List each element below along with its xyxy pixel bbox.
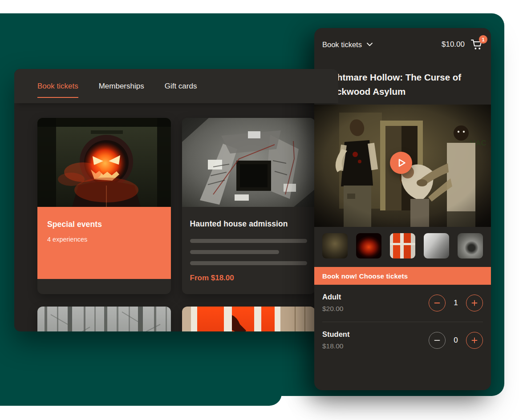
skeleton-line (190, 239, 308, 243)
quantity-stepper: 0 (429, 332, 483, 349)
card-window-event[interactable] (182, 307, 316, 331)
tab-gift-cards[interactable]: Gift cards (165, 82, 197, 91)
ticket-price-label: $18.00 (322, 342, 349, 350)
ticket-row-student: Student $18.00 0 (322, 322, 483, 359)
tab-book-tickets[interactable]: Book tickets (37, 82, 78, 91)
thumbnail-red-door[interactable] (390, 233, 415, 258)
cart-badge: 1 (479, 35, 487, 44)
minus-icon (434, 299, 441, 307)
cart-total: $10.00 (442, 40, 465, 49)
card-haunted-house[interactable]: Haunted house admission From $18.00 (182, 118, 316, 294)
red-window-image (182, 307, 316, 331)
ticket-list: Adult $20.00 1 (314, 285, 491, 359)
minus-button[interactable] (429, 295, 446, 311)
pumpkin-figure-image (37, 118, 171, 207)
hero-media: HAC (314, 105, 491, 227)
card-special-events[interactable]: Special events 4 experiences (37, 118, 171, 294)
play-icon (397, 158, 406, 168)
composite-canvas: Book tickets Memberships Gift cards (0, 0, 519, 420)
ticket-price-label: $20.00 (322, 305, 343, 313)
price-from-label: From $18.00 (190, 274, 308, 283)
play-button[interactable] (390, 152, 412, 174)
plus-button[interactable] (466, 332, 483, 349)
ticket-type-label: Student (322, 330, 349, 339)
plus-button[interactable] (466, 295, 483, 311)
dropdown-label: Book tickets (322, 40, 362, 49)
card-title: Haunted house admission (190, 219, 308, 229)
tab-bar: Book tickets Memberships Gift cards (14, 69, 338, 103)
chevron-down-icon (367, 43, 373, 46)
book-tickets-dropdown[interactable]: Book tickets (322, 40, 373, 49)
plus-icon (471, 337, 478, 344)
thumbnail-zombies[interactable] (322, 233, 348, 258)
minus-icon (434, 337, 441, 344)
skeleton-line (190, 250, 279, 254)
widget-header: Book tickets $10.00 1 (314, 28, 491, 50)
ticket-type-label: Adult (322, 293, 343, 301)
thumbnail-gray-room[interactable] (424, 233, 449, 258)
cart-button[interactable]: $10.00 1 (442, 39, 483, 50)
quantity-stepper: 1 (429, 295, 483, 311)
storefront-panel: Book tickets Memberships Gift cards (14, 69, 338, 331)
thumbnail-red-doorway[interactable] (356, 233, 381, 258)
card-title: Special events (47, 220, 161, 229)
tab-memberships[interactable]: Memberships (99, 82, 144, 91)
event-title: Nightmare Hollow: The Curse of Blackwood… (322, 70, 483, 99)
quantity-value: 1 (452, 299, 460, 307)
thumbnail-strip (322, 233, 483, 258)
thumbnail-staircase[interactable] (458, 233, 483, 258)
foggy-forest-image (37, 307, 171, 331)
card-forest-event[interactable] (37, 307, 171, 331)
plus-icon (471, 299, 478, 307)
card-subtitle: 4 experiences (47, 236, 161, 243)
skeleton-line (190, 261, 308, 265)
quantity-value: 0 (452, 336, 460, 345)
ticket-row-adult: Adult $20.00 1 (322, 285, 483, 322)
minus-button[interactable] (429, 332, 446, 349)
book-now-banner: Book now! Choose tickets (314, 267, 491, 285)
storefront-content: Special events 4 experiences (14, 103, 338, 331)
stairwell-image (182, 118, 316, 207)
booking-widget-panel: Book tickets $10.00 1 Nightmare Hollow: … (314, 28, 491, 390)
